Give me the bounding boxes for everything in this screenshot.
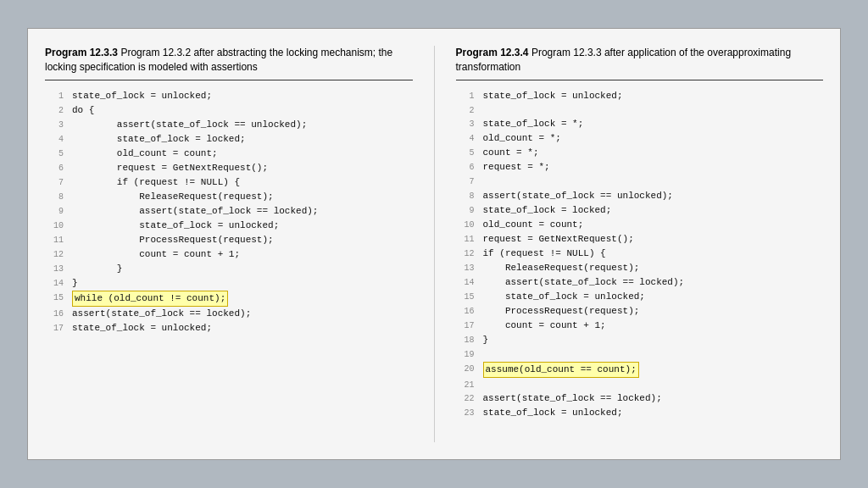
line-number: 15 xyxy=(45,291,64,307)
line-code-text: old_count = count; xyxy=(483,218,584,232)
line-code-text: do { xyxy=(72,103,94,118)
line-number: 8 xyxy=(456,189,475,203)
code-line: 4old_count = *; xyxy=(456,131,824,146)
line-code-text: while (old_count != count); xyxy=(72,291,228,307)
line-code-text: state_of_lock = unlocked; xyxy=(72,89,212,103)
line-number: 17 xyxy=(45,321,64,336)
right-code-area: 1state_of_lock = unlocked;23state_of_loc… xyxy=(456,89,824,442)
line-code-text: if (request != NULL) { xyxy=(483,247,606,261)
main-container: Program 12.3.3 Program 12.3.2 after abst… xyxy=(27,28,841,460)
line-number: 14 xyxy=(456,275,475,290)
line-number: 22 xyxy=(456,391,475,406)
line-number: 13 xyxy=(456,261,475,275)
left-panel-title: Program 12.3.3 Program 12.3.2 after abst… xyxy=(45,46,413,80)
line-code-text: old_count = count; xyxy=(72,147,218,161)
line-code-text: assert(state_of_lock == locked); xyxy=(72,307,251,321)
code-line: 17 count = count + 1; xyxy=(456,319,824,333)
line-code-text: } xyxy=(72,262,122,276)
line-code-text: assume(old_count == count); xyxy=(483,362,639,378)
right-panel-title: Program 12.3.4 Program 12.3.3 after appl… xyxy=(456,46,824,80)
left-panel-title-bold: Program 12.3.3 xyxy=(45,47,118,58)
code-line: 5count = *; xyxy=(456,146,824,160)
code-line: 16assert(state_of_lock == locked); xyxy=(45,307,413,321)
code-line: 11 ProcessRequest(request); xyxy=(45,233,413,247)
line-number: 7 xyxy=(45,175,64,190)
line-number: 10 xyxy=(456,218,475,232)
line-code-text: request = GetNextRequest(); xyxy=(483,232,634,247)
code-line: 6request = *; xyxy=(456,160,824,175)
code-line: 7 xyxy=(456,175,824,189)
line-number: 2 xyxy=(456,103,475,118)
line-number: 6 xyxy=(456,160,475,175)
code-line: 15 state_of_lock = unlocked; xyxy=(456,290,824,304)
line-number: 9 xyxy=(45,204,64,219)
code-line: 3state_of_lock = *; xyxy=(456,117,824,131)
line-code-text: assert(state_of_lock == locked); xyxy=(72,204,318,219)
line-number: 9 xyxy=(456,203,475,218)
line-code-text: state_of_lock = *; xyxy=(483,117,584,131)
line-code-text: assert(state_of_lock == locked); xyxy=(483,275,685,290)
line-code-text: count = *; xyxy=(483,146,539,160)
code-line: 2 xyxy=(456,103,824,118)
line-number: 14 xyxy=(45,276,64,291)
line-code-text: } xyxy=(483,333,489,347)
line-number: 21 xyxy=(456,378,475,392)
line-number: 8 xyxy=(45,190,64,204)
code-line: 11request = GetNextRequest(); xyxy=(456,232,824,247)
line-code-text: state_of_lock = unlocked; xyxy=(483,89,623,103)
line-code-text: ReleaseRequest(request); xyxy=(483,261,640,275)
code-line: 8 ReleaseRequest(request); xyxy=(45,190,413,204)
code-line: 4 state_of_lock = locked; xyxy=(45,132,413,147)
line-code-text: state_of_lock = locked; xyxy=(72,132,246,147)
line-code-text: ReleaseRequest(request); xyxy=(72,190,274,204)
line-code-text: state_of_lock = unlocked; xyxy=(72,219,279,233)
line-number: 20 xyxy=(456,362,475,378)
line-number: 11 xyxy=(45,233,64,247)
line-code-text: ProcessRequest(request); xyxy=(72,233,274,247)
line-number: 16 xyxy=(456,304,475,319)
line-code-text: state_of_lock = unlocked; xyxy=(483,290,645,304)
code-line: 8assert(state_of_lock == unlocked); xyxy=(456,189,824,203)
code-line: 9 assert(state_of_lock == locked); xyxy=(45,204,413,219)
line-number: 4 xyxy=(45,132,64,147)
code-line: 15while (old_count != count); xyxy=(45,291,413,307)
left-panel: Program 12.3.3 Program 12.3.2 after abst… xyxy=(45,46,413,442)
code-line: 19 xyxy=(456,347,824,362)
line-number: 2 xyxy=(45,103,64,118)
code-line: 16 ProcessRequest(request); xyxy=(456,304,824,319)
line-number: 19 xyxy=(456,347,475,362)
line-number: 5 xyxy=(456,146,475,160)
code-line: 9state_of_lock = locked; xyxy=(456,203,824,218)
line-number: 5 xyxy=(45,147,64,161)
code-line: 13 } xyxy=(45,262,413,276)
line-number: 4 xyxy=(456,131,475,146)
line-code-text: old_count = *; xyxy=(483,131,561,146)
line-number: 12 xyxy=(45,247,64,262)
code-line: 10old_count = count; xyxy=(456,218,824,232)
code-line: 14} xyxy=(45,276,413,291)
line-number: 1 xyxy=(45,89,64,103)
line-code-text: count = count + 1; xyxy=(72,247,240,262)
code-line: 14 assert(state_of_lock == locked); xyxy=(456,275,824,290)
code-line: 18} xyxy=(456,333,824,347)
right-panel-title-bold: Program 12.3.4 xyxy=(456,47,529,58)
line-number: 11 xyxy=(456,232,475,247)
line-code-text: assert(state_of_lock == unlocked); xyxy=(72,118,307,132)
code-line: 1state_of_lock = unlocked; xyxy=(456,89,824,103)
code-line: 2do { xyxy=(45,103,413,118)
line-code-text: request = GetNextRequest(); xyxy=(72,161,268,175)
line-code-text: } xyxy=(72,276,78,291)
line-code-text: assert(state_of_lock == locked); xyxy=(483,391,662,406)
line-number: 13 xyxy=(45,262,64,276)
code-line: 5 old_count = count; xyxy=(45,147,413,161)
code-line: 22assert(state_of_lock == locked); xyxy=(456,391,824,406)
line-number: 10 xyxy=(45,219,64,233)
left-code-area: 1state_of_lock = unlocked;2do {3 assert(… xyxy=(45,89,413,442)
code-line: 12if (request != NULL) { xyxy=(456,247,824,261)
code-line: 20assume(old_count == count); xyxy=(456,362,824,378)
line-number: 18 xyxy=(456,333,475,347)
line-number: 3 xyxy=(45,118,64,132)
line-code-text: if (request != NULL) { xyxy=(72,175,240,190)
line-number: 3 xyxy=(456,117,475,131)
line-number: 23 xyxy=(456,406,475,420)
